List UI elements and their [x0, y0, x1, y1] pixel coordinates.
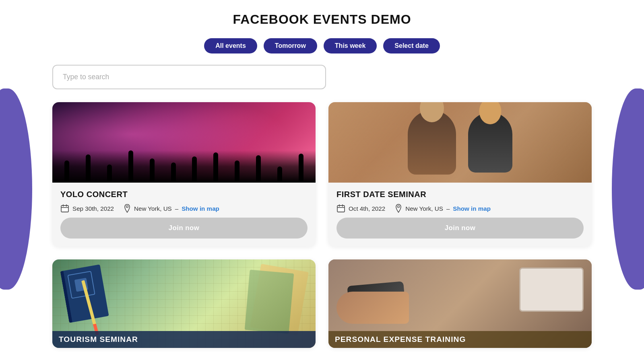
svg-rect-0	[61, 206, 68, 212]
page-title: FACEBOOK EVENTS DEMO	[52, 12, 592, 27]
show-map-link-yolo[interactable]: Show in map	[182, 205, 219, 212]
silhouette	[213, 152, 218, 183]
silhouette	[86, 154, 91, 183]
event-location-yolo: New York, US – Show in map	[124, 204, 219, 213]
event-date-text-date: Oct 4th, 2022	[349, 205, 385, 212]
event-image-date	[328, 102, 592, 183]
location-pin-icon-date	[395, 204, 402, 213]
silhouette	[171, 162, 176, 183]
filter-bar: All events Tomorrow This week Select dat…	[52, 38, 592, 53]
event-image-expense: PERSONAL EXPENSE TRAINING	[328, 259, 592, 348]
event-date-yolo: Sep 30th, 2022	[60, 204, 114, 213]
silhouette	[64, 160, 69, 183]
silhouette	[235, 160, 239, 183]
event-card-first-date: FIRST DATE SEMINAR Oct 4th, 2022	[328, 102, 592, 247]
calendar-icon	[60, 204, 69, 213]
silhouette	[150, 158, 155, 183]
page-wrapper: FACEBOOK EVENTS DEMO All events Tomorrow…	[20, 0, 624, 362]
event-image-concert	[52, 102, 316, 183]
events-grid: YOLO CONCERT Sep 30th, 2022	[52, 102, 592, 348]
event-image-tourism: TOURISM SEMINAR	[52, 259, 316, 348]
event-location-text-date: New York, US	[405, 205, 443, 212]
svg-point-9	[398, 206, 400, 208]
concert-silhouettes	[52, 150, 316, 183]
silhouette	[256, 155, 261, 183]
event-date-text-yolo: Sep 30th, 2022	[72, 205, 114, 212]
silhouette	[277, 167, 282, 183]
event-date-firstdate: Oct 4th, 2022	[336, 204, 385, 213]
event-meta-yolo: Sep 30th, 2022 New York, US – Show in ma…	[60, 204, 308, 213]
event-location-firstdate: New York, US – Show in map	[395, 204, 491, 213]
join-button-yolo[interactable]: Join now	[60, 218, 308, 239]
event-title-date: FIRST DATE SEMINAR	[336, 190, 584, 199]
event-meta-date: Oct 4th, 2022 New York, US – Show in map	[336, 204, 584, 213]
join-button-date[interactable]: Join now	[336, 218, 584, 239]
filter-all-events[interactable]: All events	[204, 38, 257, 53]
svg-rect-5	[337, 206, 345, 212]
svg-point-4	[126, 206, 128, 208]
silhouette	[128, 150, 133, 183]
silhouette	[192, 156, 197, 183]
dash-date: –	[446, 205, 450, 212]
filter-this-week[interactable]: This week	[324, 38, 377, 53]
search-bar-wrapper	[52, 65, 592, 89]
event-body-date: FIRST DATE SEMINAR Oct 4th, 2022	[328, 183, 592, 247]
event-body-yolo: YOLO CONCERT Sep 30th, 2022	[52, 183, 316, 247]
event-title-yolo: YOLO CONCERT	[60, 190, 308, 199]
calendar-icon-date	[336, 204, 345, 213]
filter-select-date[interactable]: Select date	[383, 38, 440, 53]
tourism-title-overlay: TOURISM SEMINAR	[52, 331, 316, 348]
location-pin-icon	[124, 204, 131, 213]
search-input[interactable]	[52, 65, 326, 89]
silhouette	[299, 154, 303, 183]
event-card-tourism: TOURISM SEMINAR	[52, 259, 316, 348]
dash-yolo: –	[175, 205, 178, 212]
filter-tomorrow[interactable]: Tomorrow	[264, 38, 317, 53]
event-location-text-yolo: New York, US	[134, 205, 172, 212]
silhouette	[107, 165, 112, 183]
event-card-yolo-concert: YOLO CONCERT Sep 30th, 2022	[52, 102, 316, 247]
expense-title-overlay: PERSONAL EXPENSE TRAINING	[328, 331, 592, 348]
event-card-expense: PERSONAL EXPENSE TRAINING	[328, 259, 592, 348]
show-map-link-date[interactable]: Show in map	[453, 205, 491, 212]
